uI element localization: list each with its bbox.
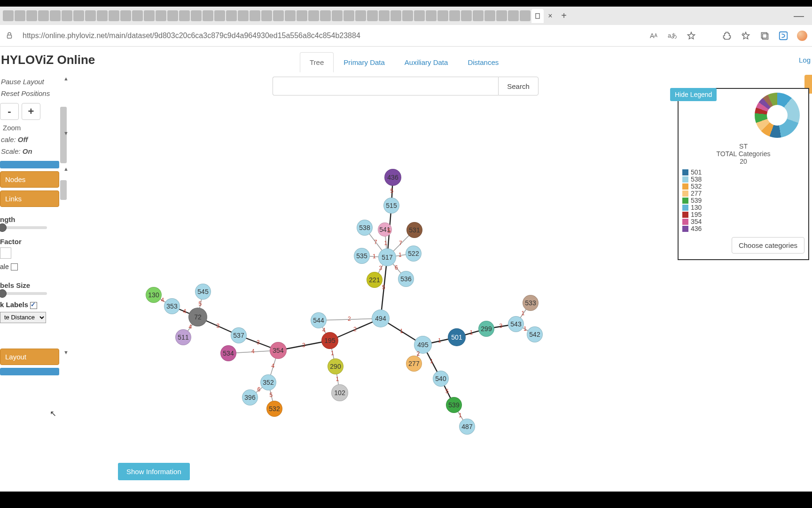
- graph-node[interactable]: 532: [266, 401, 282, 417]
- browser-tab-icon[interactable]: [238, 10, 249, 21]
- browser-tab-icon[interactable]: [273, 10, 284, 21]
- search-input[interactable]: [273, 77, 498, 95]
- length-slider[interactable]: [0, 226, 47, 229]
- browser-tab-icon[interactable]: [15, 10, 25, 21]
- panel-header[interactable]: [0, 161, 59, 168]
- browser-tab-icon[interactable]: [97, 10, 108, 21]
- browser-tab-icon[interactable]: [250, 10, 260, 21]
- graph-canvas[interactable]: 4365155385415315355175222215364945441952…: [70, 98, 812, 470]
- browser-tab-icon[interactable]: [426, 10, 437, 21]
- zoom-out-button[interactable]: -: [0, 103, 19, 120]
- tab-tree[interactable]: Tree: [300, 52, 334, 72]
- extensions-icon[interactable]: [722, 31, 732, 41]
- scroll-down-icon-2[interactable]: ▼: [63, 349, 69, 355]
- browser-tab-icon[interactable]: [449, 10, 460, 21]
- graph-node[interactable]: 543: [508, 316, 524, 332]
- graph-node[interactable]: 299: [478, 321, 494, 337]
- graph-node[interactable]: 195: [321, 332, 338, 349]
- graph-node[interactable]: 102: [331, 384, 348, 401]
- graph-node[interactable]: 277: [406, 356, 422, 372]
- browser-tab-icon[interactable]: [3, 10, 14, 21]
- graph-node[interactable]: 515: [383, 198, 399, 214]
- scroll-up-icon-2[interactable]: ▲: [63, 166, 69, 172]
- browser-tab-icon[interactable]: [261, 10, 272, 21]
- links-button[interactable]: Links: [0, 190, 59, 207]
- new-tab-button[interactable]: +: [557, 10, 571, 21]
- browser-tab-icon[interactable]: [496, 10, 507, 21]
- browser-tab-active[interactable]: [531, 9, 544, 23]
- browser-tab-icon[interactable]: [203, 10, 213, 21]
- graph-node[interactable]: 538: [357, 220, 373, 236]
- browser-tab-icon[interactable]: [109, 10, 119, 21]
- browser-tab-icon[interactable]: [73, 10, 84, 21]
- graph-node[interactable]: 487: [459, 419, 475, 435]
- browser-tab-icon[interactable]: [379, 10, 390, 21]
- link-labels-checkbox[interactable]: [30, 302, 37, 309]
- graph-node[interactable]: 545: [195, 284, 211, 300]
- text-size-icon[interactable]: AA: [648, 31, 659, 41]
- graph-node[interactable]: 537: [231, 327, 247, 343]
- graph-node[interactable]: 501: [448, 328, 466, 346]
- pause-layout-button[interactable]: Pause Layout: [0, 76, 69, 87]
- graph-node[interactable]: 535: [354, 248, 370, 264]
- graph-node[interactable]: 522: [406, 246, 422, 262]
- favorite-icon[interactable]: [686, 31, 696, 41]
- graph-node[interactable]: 352: [260, 374, 276, 390]
- browser-tab-icon[interactable]: [214, 10, 225, 21]
- browser-tab-icon[interactable]: [50, 10, 61, 21]
- sidebar-scrollbar-thumb-2[interactable]: [60, 180, 67, 200]
- browser-tab-icon[interactable]: [473, 10, 484, 21]
- browser-tab-icon[interactable]: [156, 10, 166, 21]
- browser-tab-icon[interactable]: [484, 10, 495, 21]
- layout-button[interactable]: Layout: [0, 349, 59, 365]
- graph-node[interactable]: 534: [220, 345, 236, 361]
- scroll-down-icon[interactable]: ▼: [63, 130, 69, 136]
- browser-tab-icon[interactable]: [520, 10, 531, 21]
- graph-node[interactable]: 542: [527, 326, 543, 342]
- browser-tab-icon[interactable]: [144, 10, 155, 21]
- collections-icon[interactable]: [759, 31, 770, 41]
- panel-header-2[interactable]: [0, 368, 59, 375]
- scroll-up-icon[interactable]: ▲: [63, 76, 69, 81]
- browser-tab-icon[interactable]: [437, 10, 448, 21]
- ie-mode-icon[interactable]: [778, 31, 789, 41]
- browser-tab-icon[interactable]: [508, 10, 519, 21]
- scale-checkbox[interactable]: [11, 263, 18, 270]
- distance-select[interactable]: te Distance: [0, 312, 46, 323]
- nodes-button[interactable]: Nodes: [0, 171, 59, 188]
- browser-tab-icon[interactable]: [62, 10, 72, 21]
- browser-tab-icon[interactable]: [26, 10, 37, 21]
- profile-avatar[interactable]: [797, 31, 807, 41]
- graph-node[interactable]: 290: [328, 358, 344, 374]
- login-link[interactable]: Log: [799, 56, 811, 64]
- browser-tab-icon[interactable]: [414, 10, 425, 21]
- browser-tab-icon[interactable]: [85, 10, 96, 21]
- tab-primary-data[interactable]: Primary Data: [334, 52, 395, 72]
- browser-tab-icon[interactable]: [461, 10, 472, 21]
- translate-icon[interactable]: aあ: [667, 31, 678, 41]
- show-information-button[interactable]: Show Information: [118, 463, 190, 480]
- browser-tab-icon[interactable]: [297, 10, 307, 21]
- site-info-icon[interactable]: [5, 31, 14, 40]
- browser-tab-icon[interactable]: [367, 10, 378, 21]
- graph-node[interactable]: 539: [446, 397, 462, 413]
- browser-tab-icon[interactable]: [285, 10, 296, 21]
- browser-tab-icon[interactable]: [332, 10, 343, 21]
- browser-tab-icon[interactable]: [179, 10, 190, 21]
- browser-tab-icon[interactable]: [191, 10, 202, 21]
- graph-node[interactable]: 544: [311, 312, 327, 328]
- graph-node[interactable]: 533: [523, 295, 539, 311]
- browser-tab-icon[interactable]: [132, 10, 143, 21]
- graph-node[interactable]: 511: [175, 329, 191, 345]
- browser-tab-icon[interactable]: [120, 10, 131, 21]
- graph-node[interactable]: 540: [433, 371, 449, 387]
- zoom-in-button[interactable]: +: [22, 103, 40, 120]
- browser-tab-icon[interactable]: [402, 10, 413, 21]
- graph-node[interactable]: 436: [384, 169, 401, 186]
- browser-tab-icon[interactable]: [344, 10, 354, 21]
- browser-tab-icon[interactable]: [167, 10, 178, 21]
- browser-tab-icon[interactable]: [226, 10, 237, 21]
- url-text[interactable]: https://online.phyloviz.net/main/dataset…: [23, 32, 640, 40]
- tab-close-button[interactable]: ×: [545, 12, 556, 20]
- reset-positions-button[interactable]: Reset Positions: [0, 87, 69, 99]
